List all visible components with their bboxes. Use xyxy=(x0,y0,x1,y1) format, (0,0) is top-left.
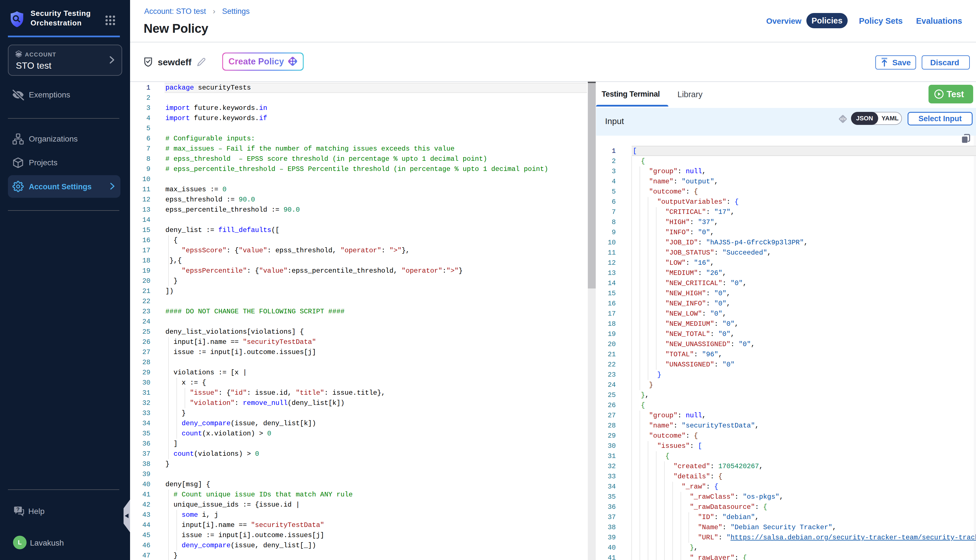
svg-text:</>: </> xyxy=(840,117,846,121)
svg-text:?: ? xyxy=(17,506,20,512)
